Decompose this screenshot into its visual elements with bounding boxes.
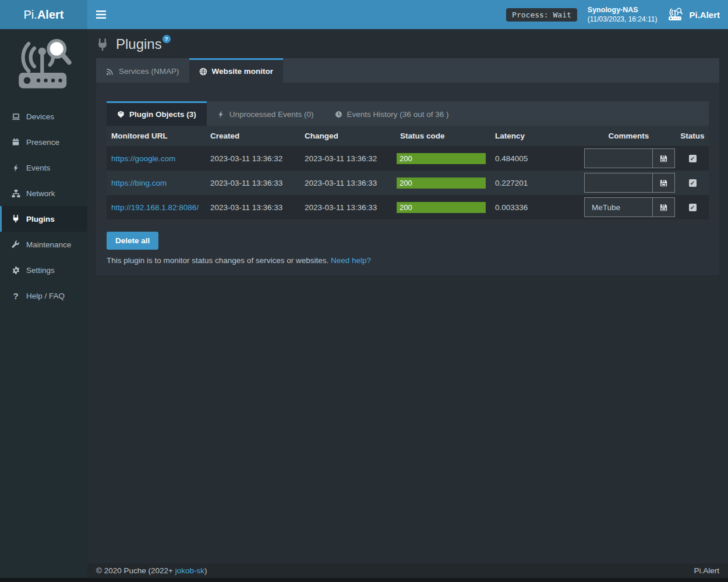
plugin-description: This plugin is to monitor status changes… bbox=[107, 256, 709, 265]
table-header-row: Monitored URLCreatedChangedStatus codeLa… bbox=[107, 126, 709, 146]
host-name: Synology-NAS bbox=[588, 5, 658, 15]
column-header-status-code: Status code bbox=[395, 126, 490, 146]
plug-icon bbox=[10, 215, 21, 223]
question-icon: ? bbox=[10, 291, 21, 301]
status-checkbox[interactable]: ✓ bbox=[689, 204, 697, 211]
router-search-logo-icon bbox=[15, 37, 72, 93]
app-identity: Pi.Alert bbox=[667, 8, 720, 22]
delete-all-button[interactable]: Delete all bbox=[107, 232, 158, 250]
navbar: Process: Wait Synology-NAS (11/03/2023, … bbox=[87, 0, 728, 29]
sidebar-item-plugins[interactable]: Plugins bbox=[0, 206, 87, 232]
changed-cell: 2023-03-11 13:36:32 bbox=[300, 146, 395, 171]
sidebar-item-label: Maintenance bbox=[26, 240, 71, 249]
sitemap-icon bbox=[10, 189, 21, 198]
comment-input-group bbox=[584, 197, 675, 217]
sidebar-item-network[interactable]: Network bbox=[0, 180, 87, 206]
tab-plugin-objects-3[interactable]: Plugin Objects (3) bbox=[107, 101, 207, 126]
brand-text: Pi.Alert bbox=[24, 8, 64, 22]
status-code-bar: 200 bbox=[397, 153, 486, 164]
copyright-text: © 2020 Puche (2022+ jokob-sk) bbox=[96, 566, 207, 575]
sidebar-toggle-button[interactable] bbox=[87, 0, 114, 29]
monitored-url-link[interactable]: https://google.com bbox=[111, 154, 175, 163]
comment-input[interactable] bbox=[585, 173, 652, 192]
changed-cell: 2023-03-11 13:36:33 bbox=[300, 171, 395, 195]
comment-input[interactable] bbox=[585, 149, 652, 168]
tab-unprocessed-events-0[interactable]: Unprocessed Events (0) bbox=[207, 101, 324, 126]
created-cell: 2023-03-11 13:36:33 bbox=[206, 195, 300, 219]
sidebar-item-label: Network bbox=[26, 189, 55, 198]
sidebar-item-label: Settings bbox=[26, 266, 55, 275]
save-comment-button[interactable] bbox=[652, 149, 674, 168]
column-header-status: Status bbox=[676, 126, 709, 146]
brand-logo[interactable]: Pi.Alert bbox=[0, 0, 87, 29]
sidebar-item-label: Plugins bbox=[26, 215, 55, 223]
footer-app-name: Pi.Alert bbox=[694, 566, 719, 575]
gear-icon bbox=[10, 266, 21, 275]
jokob-sk-link[interactable]: jokob-sk bbox=[175, 566, 204, 575]
column-header-changed: Changed bbox=[300, 126, 395, 146]
status-checkbox[interactable]: ✓ bbox=[689, 155, 697, 162]
clock-icon bbox=[335, 111, 342, 118]
plugin-data-tabs: Plugin Objects (3)Unprocessed Events (0)… bbox=[107, 101, 709, 126]
navbar-right: Process: Wait Synology-NAS (11/03/2023, … bbox=[506, 5, 728, 24]
sidebar-item-label: Help / FAQ bbox=[26, 292, 65, 300]
save-comment-button[interactable] bbox=[652, 198, 674, 217]
sidebar-item-help-faq[interactable]: ?Help / FAQ bbox=[0, 283, 87, 308]
app-name: Pi.Alert bbox=[689, 10, 720, 20]
sidebar-item-events[interactable]: Events bbox=[0, 155, 87, 180]
sidebar-item-presence[interactable]: Presence bbox=[0, 129, 87, 155]
help-badge[interactable]: ? bbox=[162, 35, 171, 43]
latency-cell: 0.227201 bbox=[490, 171, 581, 195]
tab-website-monitor[interactable]: Website monitor bbox=[189, 58, 284, 83]
sidebar-item-settings[interactable]: Settings bbox=[0, 257, 87, 283]
content-area: Plugins? Services (NMAP)Website monitor … bbox=[87, 29, 728, 563]
save-icon bbox=[659, 203, 668, 212]
page-title: Plugins? bbox=[116, 35, 171, 54]
status-code-bar: 200 bbox=[397, 202, 486, 213]
sidebar-item-label: Devices bbox=[26, 112, 54, 121]
sidebar-item-devices[interactable]: Devices bbox=[0, 104, 87, 129]
bolt-icon bbox=[217, 111, 225, 118]
sidebar: DevicesPresenceEventsNetworkPluginsMaint… bbox=[0, 29, 87, 578]
router-search-icon bbox=[667, 8, 684, 22]
monitored-url-link[interactable]: http://192.168.1.82:8086/ bbox=[111, 203, 199, 212]
table-body: https://google.com2023-03-11 13:36:32202… bbox=[107, 146, 709, 219]
need-help-link[interactable]: Need help? bbox=[331, 256, 371, 265]
created-cell: 2023-03-11 13:36:32 bbox=[206, 146, 300, 171]
pialert-logo bbox=[15, 37, 73, 93]
laptop-icon bbox=[10, 112, 21, 121]
tab-events-history-36-out-of-36[interactable]: Events History (36 out of 36 ) bbox=[324, 101, 460, 126]
save-icon bbox=[659, 179, 668, 187]
page-header: Plugins? bbox=[87, 29, 728, 54]
wrench-icon bbox=[10, 240, 21, 249]
sidebar-item-label: Presence bbox=[26, 138, 59, 147]
plug-icon bbox=[96, 38, 109, 53]
host-timestamp: (11/03/2023, 16:24:11) bbox=[588, 15, 658, 24]
tab-services-nmap[interactable]: Services (NMAP) bbox=[96, 58, 189, 83]
comment-input[interactable] bbox=[585, 198, 652, 217]
description-text: This plugin is to monitor status changes… bbox=[107, 256, 328, 265]
signal-icon bbox=[106, 68, 114, 76]
status-code-bar: 200 bbox=[397, 178, 486, 189]
sidebar-item-maintenance[interactable]: Maintenance bbox=[0, 232, 87, 257]
column-header-created: Created bbox=[206, 126, 300, 146]
plugin-type-tabs: Services (NMAP)Website monitor bbox=[96, 58, 719, 83]
status-checkbox[interactable]: ✓ bbox=[689, 179, 697, 187]
comment-input-group bbox=[584, 148, 675, 168]
calendar-icon bbox=[10, 138, 21, 146]
sidebar-item-label: Events bbox=[26, 164, 50, 172]
save-icon bbox=[659, 154, 668, 163]
table-row: http://192.168.1.82:8086/2023-03-11 13:3… bbox=[107, 195, 709, 219]
table-row: https://bing.com2023-03-11 13:36:332023-… bbox=[107, 171, 709, 195]
created-cell: 2023-03-11 13:36:33 bbox=[206, 171, 300, 195]
host-info: Synology-NAS (11/03/2023, 16:24:11) bbox=[588, 5, 658, 24]
comment-input-group bbox=[584, 173, 675, 193]
latency-cell: 0.003336 bbox=[490, 195, 581, 219]
footer: © 2020 Puche (2022+ jokob-sk) Pi.Alert bbox=[87, 563, 728, 578]
column-header-comments: Comments bbox=[581, 126, 676, 146]
table-row: https://google.com2023-03-11 13:36:32202… bbox=[107, 146, 709, 171]
save-comment-button[interactable] bbox=[652, 173, 674, 192]
monitored-url-link[interactable]: https://bing.com bbox=[111, 179, 167, 187]
changed-cell: 2023-03-11 13:36:33 bbox=[300, 195, 395, 219]
website-monitor-panel: Plugin Objects (3)Unprocessed Events (0)… bbox=[96, 83, 719, 275]
